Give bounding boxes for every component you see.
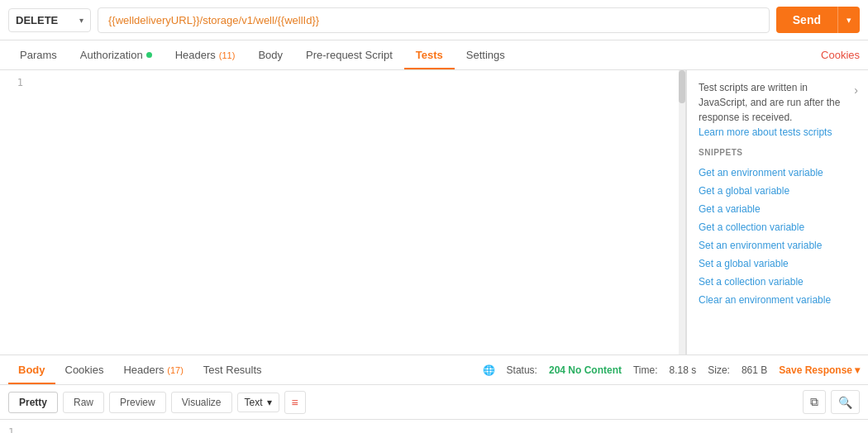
response-tab-bar: Body Cookies Headers (17) Test Results 🌐… [0,355,868,385]
response-tab-test-results[interactable]: Test Results [193,355,272,384]
main-content: 1 Test scripts are written in JavaScript… [0,70,868,354]
editor-line-numbers: 1 [0,70,30,95]
send-button[interactable]: Send [776,7,837,33]
tab-authorization[interactable]: Authorization [69,40,164,69]
url-input[interactable] [98,7,770,33]
method-label: DELETE [16,14,58,26]
tab-settings[interactable]: Settings [455,40,517,69]
search-icon: 🔍 [838,396,852,409]
request-tab-bar: Params Authorization Headers (11) Body P… [0,40,868,70]
line-num-1: 1 [0,77,23,88]
right-panel-info: Test scripts are written in JavaScript, … [699,80,856,140]
authorization-dot [146,52,152,58]
editor-content[interactable] [30,70,685,354]
snippet-clear-env-var[interactable]: Clear an environment variable [699,291,856,309]
text-format-value: Text [245,397,263,408]
scrollbar-thumb[interactable] [679,70,685,103]
snippet-get-global-var[interactable]: Get a global variable [699,182,856,200]
format-raw-button[interactable]: Raw [63,392,104,413]
text-format-select[interactable]: Text ▾ [237,393,279,412]
learn-more-link[interactable]: Learn more about tests scripts [699,126,832,138]
snippet-get-env-var[interactable]: Get an environment variable [699,164,856,182]
tab-params[interactable]: Params [8,40,69,69]
response-section: Body Cookies Headers (17) Test Results 🌐… [0,354,868,433]
format-preview-button[interactable]: Preview [109,392,166,413]
response-controls: Pretty Raw Preview Visualize Text ▾ ≡ ⧉ … [0,385,868,420]
response-line-number: 1 [8,426,14,433]
tab-body[interactable]: Body [246,40,294,69]
snippet-set-collection-var[interactable]: Set a collection variable [699,273,856,291]
format-visualize-button[interactable]: Visualize [171,392,232,413]
right-panel: Test scripts are written in JavaScript, … [686,70,868,354]
response-tab-body[interactable]: Body [8,355,55,384]
save-response-button[interactable]: Save Response ▾ [779,364,860,376]
status-value: 204 No Content [549,364,622,376]
snippet-get-collection-var[interactable]: Get a collection variable [699,218,856,236]
size-label: Size: [708,364,730,376]
response-tab-headers[interactable]: Headers (17) [113,355,193,384]
cookies-link[interactable]: Cookies [821,49,860,61]
tab-bar-right: Cookies [821,49,860,61]
right-panel-chevron-icon: › [854,82,858,99]
response-status-bar: 🌐 Status: 204 No Content Time: 8.18 s Si… [483,364,860,376]
editor-area: 1 [0,70,686,354]
tab-prerequest[interactable]: Pre-request Script [294,40,404,69]
snippet-set-global-var[interactable]: Set a global variable [699,255,856,273]
copy-icon: ⧉ [810,395,818,408]
tab-tests[interactable]: Tests [404,40,455,69]
snippet-get-var[interactable]: Get a variable [699,200,856,218]
search-button[interactable]: 🔍 [831,390,860,414]
send-button-group: Send ▾ [776,7,860,33]
tab-headers[interactable]: Headers (11) [164,40,247,69]
response-body: 1 [0,420,868,433]
top-bar: DELETE ▾ Send ▾ [0,0,868,40]
word-wrap-button[interactable]: ≡ [284,391,306,414]
method-dropdown-icon: ▾ [79,16,83,25]
size-value: 861 B [742,364,767,376]
send-dropdown-button[interactable]: ▾ [837,7,860,33]
copy-button[interactable]: ⧉ [803,390,826,414]
method-select[interactable]: DELETE ▾ [8,8,91,32]
response-actions: ⧉ 🔍 [803,390,860,414]
snippets-label: SNIPPETS [699,148,856,157]
status-label: Status: [507,364,537,376]
time-label: Time: [633,364,658,376]
save-response-arrow-icon: ▾ [855,364,860,376]
time-value: 8.18 s [670,364,697,376]
word-wrap-icon: ≡ [292,396,298,409]
scrollbar-track[interactable] [679,70,685,354]
globe-icon: 🌐 [483,364,495,376]
snippet-set-env-var[interactable]: Set an environment variable [699,236,856,255]
format-pretty-button[interactable]: Pretty [8,392,58,413]
text-format-arrow-icon: ▾ [267,397,272,408]
response-tab-cookies[interactable]: Cookies [55,355,114,384]
